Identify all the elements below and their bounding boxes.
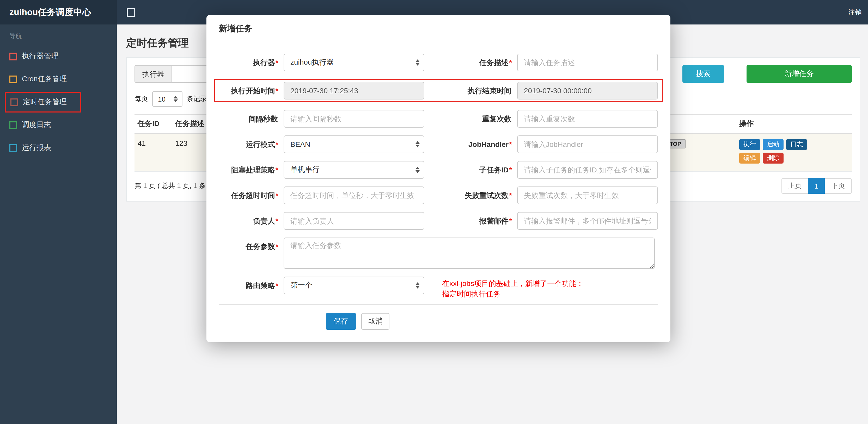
feature-note: 在xxl-jobs项目的基础上，新增了一个功能： 指定时间执行任务 (442, 276, 584, 299)
alarm-email-label: 报警邮件* (424, 212, 517, 230)
app-logo: zuihou任务调度中心 (0, 0, 117, 25)
executor-icon (9, 52, 17, 60)
modal-title: 新增任务 (219, 24, 252, 33)
sidebar-item-executor-management[interactable]: 执行器管理 (0, 46, 117, 67)
sidebar-item-label: 定时任务管理 (23, 97, 67, 107)
sidebar-item-label: Cron任务管理 (22, 74, 67, 84)
select-arrows-icon (415, 59, 420, 66)
repeat-count-label: 重复次数 (424, 110, 517, 128)
cell-actions: 执行 启动 日志 编辑 删除 (736, 134, 852, 172)
select-arrows-icon (415, 167, 420, 173)
delete-button[interactable]: 删除 (763, 153, 783, 164)
add-task-button[interactable]: 新增任务 (747, 65, 852, 83)
modal-header: 新增任务 (207, 15, 671, 42)
form-row: 执行开始时间* 执行结束时间 (219, 82, 658, 99)
dispatch-log-icon (9, 121, 17, 129)
select-arrows-icon (415, 282, 420, 289)
start-time-input[interactable] (284, 82, 424, 99)
per-page-suffix: 条记录 (187, 94, 207, 104)
page-1-button[interactable]: 1 (808, 178, 825, 194)
task-desc-input[interactable] (517, 54, 658, 71)
logout-button[interactable]: 注销 (848, 7, 868, 17)
per-page-prefix: 每页 (134, 94, 148, 104)
run-report-icon (9, 144, 17, 152)
scheduled-task-icon (10, 98, 18, 106)
sidebar: 导航 执行器管理 Cron任务管理 定时任务管理 调度日志 运行报表 (0, 0, 117, 424)
timeout-label: 任务超时时间* (219, 187, 284, 204)
retry-count-input[interactable] (517, 187, 658, 204)
save-button[interactable]: 保存 (326, 313, 356, 330)
modal-body: 执行器* zuihou执行器 任务描述* 执行开始时间* (207, 42, 671, 299)
sidebar-item-label: 执行器管理 (22, 52, 58, 61)
run-mode-label: 运行模式* (219, 135, 284, 153)
child-task-label: 子任务ID* (424, 161, 517, 179)
end-time-label: 执行结束时间 (424, 82, 517, 99)
sidebar-item-dispatch-log[interactable]: 调度日志 (0, 115, 117, 135)
jobhandler-label: JobHandler* (424, 135, 517, 153)
exec-button[interactable]: 执行 (739, 139, 760, 150)
executor-label: 执行器* (219, 54, 284, 71)
nav-section-label: 导航 (9, 32, 117, 41)
repeat-count-input[interactable] (517, 110, 658, 128)
child-task-input[interactable] (517, 161, 658, 179)
prev-page-button[interactable]: 上页 (781, 178, 809, 194)
sidebar-toggle-icon[interactable] (127, 8, 135, 17)
block-strategy-select[interactable]: 单机串行 (284, 161, 424, 179)
sidebar-item-cron-task-management[interactable]: Cron任务管理 (0, 69, 117, 90)
run-mode-select[interactable]: BEAN (284, 135, 424, 153)
alarm-email-input[interactable] (517, 212, 658, 230)
sidebar-item-label: 运行报表 (22, 143, 51, 153)
cron-icon (9, 75, 17, 83)
log-button[interactable]: 日志 (786, 139, 807, 150)
form-row: 执行器* zuihou执行器 任务描述* (219, 54, 658, 71)
page-size-select[interactable]: 10 (152, 91, 183, 107)
cell-task-id: 41 (134, 134, 172, 172)
annotation-box-datetime: 执行开始时间* 执行结束时间 (214, 79, 663, 102)
modal-footer: 保存 取消 (207, 305, 671, 342)
task-params-label: 任务参数* (219, 237, 284, 255)
annotation-box-sidebar: 定时任务管理 (5, 92, 81, 112)
col-task-id[interactable]: 任务ID (134, 114, 172, 134)
sidebar-item-label: 调度日志 (22, 120, 51, 130)
add-task-modal: 新增任务 执行器* zuihou执行器 任务描述* (207, 15, 671, 342)
edit-button[interactable]: 编辑 (739, 153, 760, 164)
form-row: 负责人* 报警邮件* (219, 212, 658, 230)
col-actions[interactable]: 操作 (736, 114, 852, 134)
executor-select[interactable]: zuihou执行器 (284, 54, 424, 71)
pager: 上页 1 下页 (781, 178, 852, 194)
interval-input[interactable] (284, 110, 424, 128)
form-row: 任务参数* (219, 237, 658, 269)
owner-label: 负责人* (219, 212, 284, 230)
interval-label: 间隔秒数 (219, 110, 284, 128)
task-desc-label: 任务描述* (424, 54, 517, 71)
form-row: 阻塞处理策略* 单机串行 子任务ID* (219, 161, 658, 179)
start-time-label: 执行开始时间* (219, 82, 284, 99)
retry-count-label: 失败重试次数* (424, 187, 517, 204)
select-arrows-icon (415, 141, 420, 148)
start-button[interactable]: 启动 (763, 139, 783, 150)
route-strategy-select[interactable]: 第一个 (284, 276, 424, 294)
task-params-textarea[interactable] (284, 237, 655, 269)
sidebar-item-scheduled-task-management[interactable]: 定时任务管理 (6, 93, 67, 111)
end-time-input[interactable] (517, 82, 658, 99)
cancel-button[interactable]: 取消 (361, 313, 390, 330)
sidebar-item-run-report[interactable]: 运行报表 (0, 137, 117, 158)
route-strategy-label: 路由策略* (219, 276, 284, 294)
select-arrows-icon (174, 96, 178, 102)
form-row: 任务超时时间* 失败重试次数* (219, 187, 658, 204)
form-row: 路由策略* 第一个 在xxl-jobs项目的基础上，新增了一个功能： 指定时间执… (219, 276, 658, 299)
search-button[interactable]: 搜索 (682, 65, 724, 83)
block-strategy-label: 阻塞处理策略* (219, 161, 284, 179)
timeout-input[interactable] (284, 187, 424, 204)
executor-filter-label: 执行器 (134, 65, 172, 83)
form-row: 间隔秒数 重复次数 (219, 110, 658, 128)
jobhandler-input[interactable] (517, 135, 658, 153)
form-row: 运行模式* BEAN JobHandler* (219, 135, 658, 153)
next-page-button[interactable]: 下页 (825, 178, 852, 194)
owner-input[interactable] (284, 212, 424, 230)
